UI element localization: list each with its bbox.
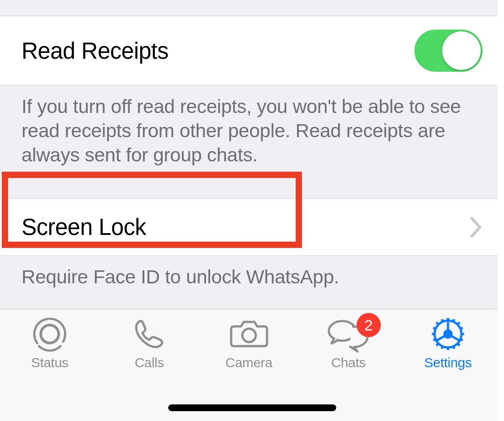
tab-calls-label: Calls (135, 355, 164, 370)
settings-content: Read Receipts If you turn off read recei… (0, 0, 504, 289)
svg-line-22 (460, 328, 463, 329)
svg-line-20 (433, 328, 436, 329)
svg-line-16 (442, 319, 443, 322)
svg-line-12 (436, 322, 439, 325)
section-spacer (0, 167, 504, 198)
read-receipts-footer: If you turn off read receipts, you won't… (0, 86, 504, 167)
tab-status[interactable]: Status (0, 316, 99, 370)
tab-calls[interactable]: Calls (99, 316, 199, 370)
svg-point-1 (242, 329, 256, 342)
svg-line-14 (436, 343, 439, 346)
home-indicator[interactable] (168, 404, 336, 411)
section-spacer (0, 0, 504, 16)
screen-lock-label: Screen Lock (22, 214, 146, 240)
camera-icon (228, 316, 270, 352)
svg-line-15 (457, 322, 460, 325)
read-receipts-toggle[interactable] (414, 30, 482, 72)
chats-badge: 2 (357, 313, 381, 337)
tab-status-label: Status (31, 355, 68, 370)
svg-line-17 (453, 319, 454, 322)
phone-icon (131, 316, 168, 352)
tab-camera[interactable]: Camera (199, 316, 298, 370)
status-icon (31, 316, 68, 352)
screen-lock-footer: Require Face ID to unlock WhatsApp. (0, 256, 504, 289)
tab-chats-label: Chats (331, 355, 366, 370)
svg-point-0 (41, 325, 59, 343)
svg-line-19 (453, 346, 454, 349)
tab-settings[interactable]: Settings (398, 316, 498, 370)
svg-line-18 (442, 346, 443, 349)
toggle-knob (442, 31, 481, 70)
tab-settings-label: Settings (424, 355, 472, 370)
scrollbar-edge (498, 0, 504, 421)
svg-line-21 (433, 339, 436, 340)
chevron-right-icon (470, 217, 482, 238)
read-receipts-row[interactable]: Read Receipts (0, 16, 504, 86)
read-receipts-label: Read Receipts (22, 38, 168, 64)
tab-camera-label: Camera (225, 355, 272, 370)
svg-line-13 (457, 343, 460, 346)
svg-line-23 (460, 339, 463, 340)
gear-icon (430, 316, 466, 352)
screen-lock-row[interactable]: Screen Lock (0, 198, 504, 256)
tab-chats[interactable]: 2 Chats (299, 316, 398, 370)
